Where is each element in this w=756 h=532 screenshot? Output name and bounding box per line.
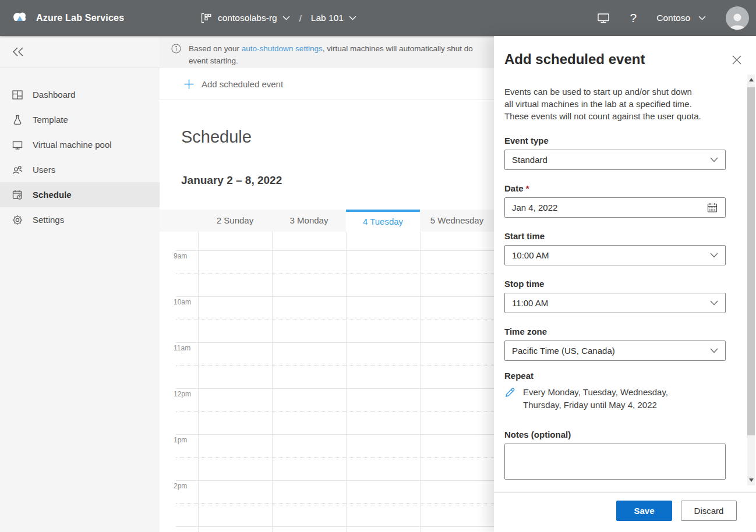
event-type-label: Event type — [504, 136, 726, 146]
users-icon — [12, 164, 23, 176]
avatar[interactable] — [726, 6, 749, 30]
stop-time-value: 11:00 AM — [512, 298, 710, 308]
scroll-up-arrow-icon[interactable] — [749, 78, 754, 81]
start-time-field: Start time 10:00 AM — [504, 231, 726, 265]
sidebar-item-dashboard[interactable]: Dashboard — [0, 82, 160, 107]
time-zone-value: Pacific Time (US, Canada) — [512, 346, 710, 356]
sidebar-item-label: Dashboard — [33, 90, 75, 100]
sidebar-item-label: Schedule — [33, 190, 72, 200]
description-line: These events will not count against the … — [504, 110, 726, 122]
dashboard-icon — [12, 89, 23, 101]
breadcrumb: contosolabs-rg / Lab 101 — [200, 0, 356, 36]
chevron-down-icon — [710, 348, 718, 353]
repeat-field: Repeat Every Monday, Tuesday, Wednesday,… — [504, 371, 726, 412]
date-value: Jan 4, 2022 — [512, 203, 706, 212]
chevron-down-icon — [710, 157, 718, 162]
sidebar-item-label: Users — [33, 165, 55, 175]
repeat-summary: Every Monday, Tuesday, Wednesday, Thursd… — [523, 386, 698, 412]
day-tab-tuesday[interactable]: 4 Tuesday — [346, 210, 420, 232]
time-label: 12pm — [174, 390, 191, 398]
chevron-down-icon — [710, 253, 718, 258]
resource-group-icon — [200, 12, 212, 24]
event-type-select[interactable]: Standard — [504, 150, 726, 170]
add-event-panel: Add scheduled event Events can be used t… — [494, 36, 756, 532]
scrollbar-thumb[interactable] — [747, 87, 755, 435]
collapse-icon[interactable] — [10, 45, 26, 58]
auto-shutdown-settings-link[interactable]: auto-shutdown settings — [242, 44, 323, 53]
time-label: 10am — [174, 298, 191, 306]
time-label: 11am — [174, 344, 190, 352]
banner-line1: Based on your auto-shutdown settings, vi… — [189, 42, 473, 55]
time-zone-field: Time zone Pacific Time (US, Canada) — [504, 327, 726, 361]
add-icon — [184, 79, 194, 89]
banner-line2: event starting. — [189, 55, 473, 67]
tenant-name: Contoso — [656, 13, 690, 23]
time-zone-select[interactable]: Pacific Time (US, Canada) — [504, 341, 726, 361]
panel-footer: Save Discard — [494, 492, 756, 532]
date-label: Date * — [504, 183, 726, 193]
chevron-down-icon — [698, 16, 706, 20]
close-icon[interactable] — [732, 55, 742, 68]
notes-input[interactable] — [504, 444, 726, 480]
app-window: Azure Lab Services contosolabs-rg / Lab … — [0, 0, 756, 532]
top-bar: Azure Lab Services contosolabs-rg / Lab … — [0, 0, 756, 36]
date-field: Date * Jan 4, 2022 — [504, 183, 726, 218]
schedule-icon — [12, 189, 23, 201]
time-zone-label: Time zone — [504, 327, 726, 336]
sidebar-nav: Dashboard Template Virtual machine pool — [0, 68, 160, 232]
resource-group-name: contosolabs-rg — [218, 13, 277, 23]
required-asterisk: * — [526, 183, 529, 193]
stop-time-select[interactable]: 11:00 AM — [504, 293, 726, 313]
repeat-label: Repeat — [504, 371, 726, 381]
sidebar-item-vm-pool[interactable]: Virtual machine pool — [0, 132, 160, 157]
start-time-select[interactable]: 10:00 AM — [504, 245, 726, 265]
day-tab-monday[interactable]: 3 Monday — [272, 210, 346, 232]
edit-pencil-icon[interactable] — [504, 387, 515, 412]
sidebar-item-template[interactable]: Template — [0, 107, 160, 132]
help-icon[interactable]: ? — [630, 11, 637, 25]
start-time-label: Start time — [504, 231, 726, 241]
time-label: 9am — [174, 252, 187, 260]
panel-description: Events can be used to start up and/or sh… — [504, 86, 726, 122]
banner-text-prefix: Based on your — [189, 44, 242, 53]
sidebar-item-label: Virtual machine pool — [33, 140, 112, 150]
template-icon — [12, 114, 23, 126]
monitor-icon[interactable] — [596, 12, 610, 24]
settings-icon — [12, 214, 23, 226]
calendar-picker-icon[interactable] — [706, 202, 718, 214]
panel-body: Events can be used to start up and/or sh… — [504, 70, 726, 480]
tenant-menu[interactable]: Contoso — [656, 13, 706, 23]
day-tab-wednesday[interactable]: 5 Wednesday — [420, 210, 494, 232]
date-input[interactable]: Jan 4, 2022 — [504, 197, 726, 218]
lab-name: Lab 101 — [311, 13, 344, 23]
event-type-field: Event type Standard — [504, 136, 726, 170]
breadcrumb-lab[interactable]: Lab 101 — [311, 13, 356, 23]
add-scheduled-event-label: Add scheduled event — [202, 79, 283, 89]
stop-time-label: Stop time — [504, 279, 726, 289]
event-type-value: Standard — [512, 155, 710, 165]
description-line: all virtual machines in the lab at a spe… — [504, 98, 726, 110]
breadcrumb-separator: / — [296, 13, 305, 23]
vm-pool-icon — [12, 139, 23, 151]
scroll-down-arrow-icon[interactable] — [749, 478, 754, 482]
save-button[interactable]: Save — [616, 501, 672, 521]
sidebar: Dashboard Template Virtual machine pool — [0, 36, 160, 532]
sidebar-item-label: Template — [33, 115, 68, 125]
panel-title: Add scheduled event — [504, 51, 756, 68]
discard-button[interactable]: Discard — [681, 501, 737, 521]
date-label-text: Date — [504, 183, 524, 193]
day-tab-sunday[interactable]: 2 Sunday — [198, 210, 272, 232]
panel-scrollbar[interactable] — [747, 75, 755, 485]
sidebar-item-users[interactable]: Users — [0, 157, 160, 182]
breadcrumb-resource-group[interactable]: contosolabs-rg — [218, 13, 290, 23]
description-line: Events can be used to start up and/or sh… — [504, 86, 726, 98]
time-label: 2pm — [174, 482, 187, 490]
banner-text-suffix: , virtual machines will automatically sh… — [323, 44, 473, 53]
sidebar-item-settings[interactable]: Settings — [0, 207, 160, 232]
chevron-down-icon — [282, 16, 290, 20]
time-label: 1pm — [174, 436, 187, 444]
sidebar-item-label: Settings — [33, 215, 64, 225]
sidebar-item-schedule[interactable]: Schedule — [0, 182, 160, 207]
chevron-down-icon — [710, 300, 718, 306]
start-time-value: 10:00 AM — [512, 250, 710, 260]
